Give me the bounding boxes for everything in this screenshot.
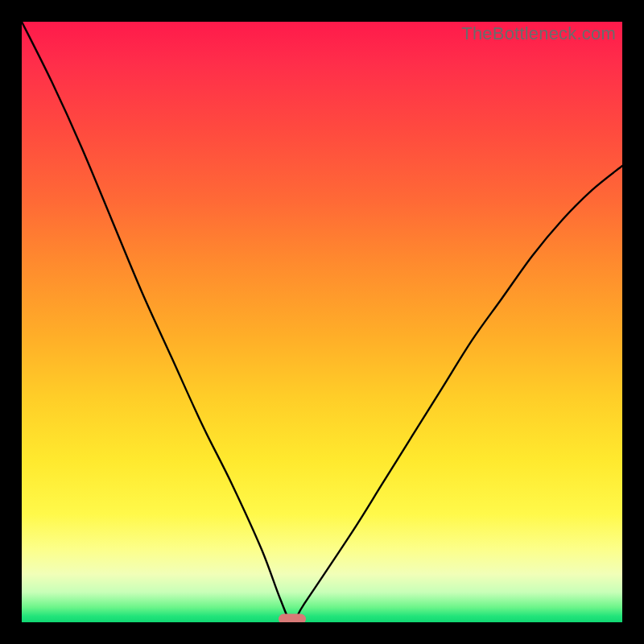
chart-frame: TheBottleneck.com <box>0 0 644 644</box>
watermark-text: TheBottleneck.com <box>461 23 616 44</box>
curve-path <box>22 22 622 622</box>
minimum-marker <box>279 614 306 623</box>
bottleneck-curve <box>22 22 622 622</box>
plot-area: TheBottleneck.com <box>22 22 622 622</box>
